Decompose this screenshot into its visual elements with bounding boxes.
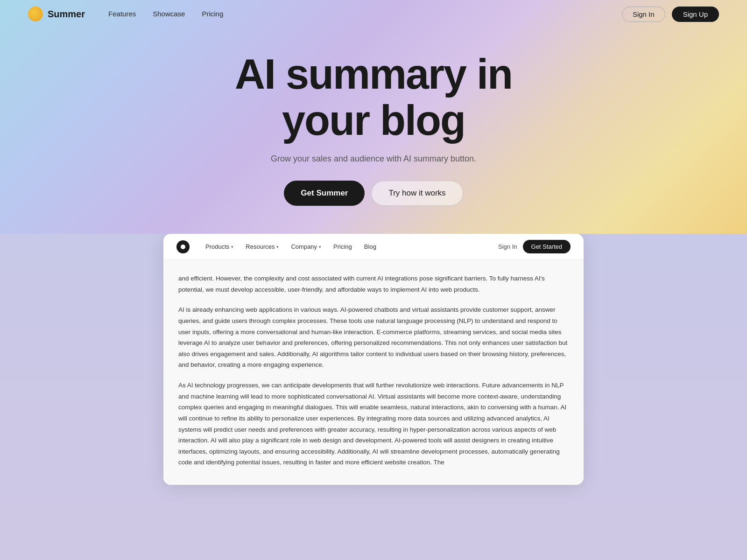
nav-links: Features Showcase Pricing [108, 10, 223, 18]
blog-nav-pricing[interactable]: Pricing [329, 241, 357, 252]
nav-pricing[interactable]: Pricing [202, 10, 223, 18]
blog-nav-products[interactable]: Products ▾ [201, 241, 238, 252]
logo-text: Summer [48, 9, 85, 20]
blog-nav-company[interactable]: Company ▾ [286, 241, 326, 252]
blog-paragraph-3: As AI technology progresses, we can anti… [178, 380, 569, 468]
blog-nav-blog[interactable]: Blog [359, 241, 381, 252]
blog-get-started-button[interactable]: Get Started [523, 240, 571, 253]
blog-paragraph-2: AI is already enhancing web applications… [178, 304, 569, 371]
try-how-it-works-button[interactable]: Try how it works [371, 181, 463, 206]
signup-button[interactable]: Sign Up [672, 7, 719, 22]
logo-link[interactable]: Summer [28, 7, 85, 21]
hero-content: AI summary in your blog Grow your sales … [0, 28, 747, 234]
top-navigation: Summer Features Showcase Pricing Sign In… [0, 0, 747, 28]
nav-showcase[interactable]: Showcase [153, 10, 185, 18]
logo-icon [28, 7, 43, 21]
hero-subtitle: Grow your sales and audience with AI sum… [271, 154, 476, 164]
blog-paragraph-1: and efficient. However, the complexity a… [178, 273, 569, 295]
hero-title: AI summary in your blog [235, 51, 512, 144]
blog-preview-card: Products ▾ Resources ▾ Company ▾ Pricing… [163, 234, 584, 485]
blog-signin-button[interactable]: Sign In [498, 243, 517, 250]
get-summer-button[interactable]: Get Summer [284, 181, 365, 206]
blog-logo-icon [176, 240, 190, 253]
products-chevron-icon: ▾ [231, 245, 233, 249]
company-chevron-icon: ▾ [319, 245, 321, 249]
nav-features[interactable]: Features [108, 10, 136, 18]
blog-nav-links: Products ▾ Resources ▾ Company ▾ Pricing… [201, 241, 381, 252]
hero-buttons: Get Summer Try how it works [284, 181, 463, 206]
nav-actions: Sign In Sign Up [622, 7, 719, 22]
blog-nav-resources[interactable]: Resources ▾ [241, 241, 283, 252]
blog-body: and efficient. However, the complexity a… [163, 260, 584, 485]
blog-nav-actions: Sign In Get Started [498, 240, 571, 253]
blog-inner-navigation: Products ▾ Resources ▾ Company ▾ Pricing… [163, 234, 584, 260]
blog-text-content: and efficient. However, the complexity a… [178, 273, 569, 468]
resources-chevron-icon: ▾ [276, 245, 279, 249]
signin-button[interactable]: Sign In [622, 7, 665, 22]
